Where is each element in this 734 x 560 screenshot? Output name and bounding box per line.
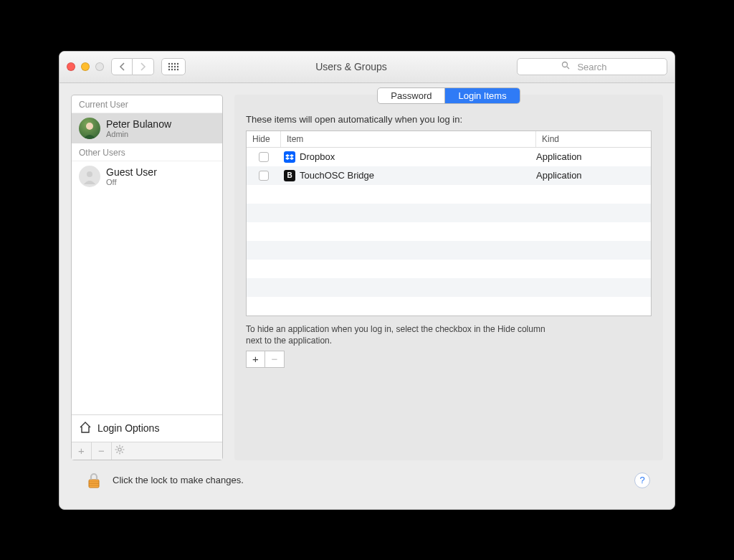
svg-point-10 [174, 69, 176, 70]
svg-point-1 [171, 63, 173, 65]
footer: Click the lock to make changes. ? [71, 460, 663, 503]
svg-point-8 [168, 69, 170, 70]
user-actions-button [112, 442, 222, 460]
column-kind[interactable]: Kind [536, 131, 651, 147]
sidebar-action-bar: + − [72, 442, 222, 460]
column-item[interactable]: Item [281, 131, 536, 147]
item-kind: Application [536, 151, 651, 162]
section-other-users: Other Users [72, 143, 222, 161]
window-controls [67, 62, 104, 71]
svg-line-21 [117, 447, 118, 448]
search-input[interactable] [517, 58, 667, 75]
close-icon[interactable] [67, 62, 75, 71]
table-row [247, 241, 651, 260]
user-role: Off [106, 178, 157, 186]
svg-point-0 [168, 63, 170, 65]
user-role: Admin [106, 130, 171, 138]
add-remove-bar: + − [246, 351, 285, 368]
svg-point-2 [174, 63, 176, 65]
tab-login-items[interactable]: Login Items [445, 88, 519, 103]
column-hide[interactable]: Hide [247, 131, 281, 147]
svg-point-4 [168, 66, 170, 67]
window-title: Users & Groups [186, 61, 517, 72]
item-name: Dropbox [300, 151, 335, 162]
svg-point-16 [118, 448, 121, 451]
svg-line-22 [122, 452, 123, 453]
search-field-wrap [517, 58, 667, 75]
login-options-label: Login Options [97, 422, 159, 434]
svg-line-23 [122, 447, 123, 448]
svg-point-3 [177, 63, 178, 65]
svg-point-5 [171, 66, 173, 67]
table-row[interactable]: B TouchOSC Bridge Application [247, 166, 651, 185]
lock-text: Click the lock to make changes. [113, 475, 626, 485]
login-options-button[interactable]: Login Options [72, 414, 222, 442]
svg-point-15 [87, 171, 92, 177]
add-item-button[interactable]: + [247, 351, 265, 367]
tabs: Password Login Items [377, 87, 520, 104]
item-kind: Application [536, 170, 651, 181]
zoom-icon [95, 62, 104, 71]
table-row[interactable]: Dropbox Application [247, 148, 651, 166]
table-row [247, 204, 651, 222]
avatar [79, 118, 100, 139]
preferences-window: Users & Groups Current User Peter Bulano… [59, 51, 675, 510]
users-sidebar: Current User Peter Bulanow Admin Other U… [71, 95, 223, 460]
hide-hint: To hide an application when you log in, … [234, 316, 564, 351]
nav-back-forward [111, 58, 154, 75]
remove-item-button: − [265, 351, 284, 367]
add-user-button: + [72, 442, 92, 460]
gear-icon [115, 445, 125, 457]
detail-pane: Password Login Items These items will op… [234, 95, 663, 460]
hide-checkbox[interactable] [259, 152, 269, 162]
table-row [247, 185, 651, 204]
titlebar: Users & Groups [59, 52, 675, 83]
svg-point-11 [177, 69, 178, 70]
svg-point-14 [86, 123, 93, 130]
show-all-button[interactable] [161, 58, 186, 75]
back-button[interactable] [111, 58, 133, 75]
user-name: Peter Bulanow [106, 118, 171, 130]
svg-point-7 [177, 66, 178, 67]
lock-icon[interactable] [84, 470, 104, 490]
table-row [247, 278, 651, 297]
svg-line-24 [117, 452, 118, 453]
table-row [247, 297, 651, 315]
table-row [247, 260, 651, 278]
sidebar-item-guest-user[interactable]: Guest User Off [72, 161, 222, 191]
svg-point-9 [171, 69, 173, 70]
minimize-icon[interactable] [81, 62, 90, 71]
app-icon [284, 151, 295, 163]
section-current-user: Current User [72, 95, 222, 113]
user-name: Guest User [106, 166, 157, 178]
hide-checkbox[interactable] [259, 171, 269, 181]
forward-button[interactable] [133, 58, 154, 75]
content-area: Current User Peter Bulanow Admin Other U… [59, 83, 675, 509]
login-items-prompt: These items will open automatically when… [234, 114, 663, 130]
item-name: TouchOSC Bridge [300, 170, 374, 181]
login-items-table: Hide Item Kind Dropbox [246, 130, 652, 316]
help-button[interactable]: ? [634, 473, 650, 488]
svg-point-6 [174, 66, 176, 67]
tab-password[interactable]: Password [378, 88, 445, 103]
app-icon: B [284, 170, 295, 181]
sidebar-item-current-user[interactable]: Peter Bulanow Admin [72, 113, 222, 143]
avatar [79, 166, 100, 187]
home-icon [79, 421, 92, 436]
remove-user-button: − [92, 442, 112, 460]
table-row [247, 222, 651, 241]
